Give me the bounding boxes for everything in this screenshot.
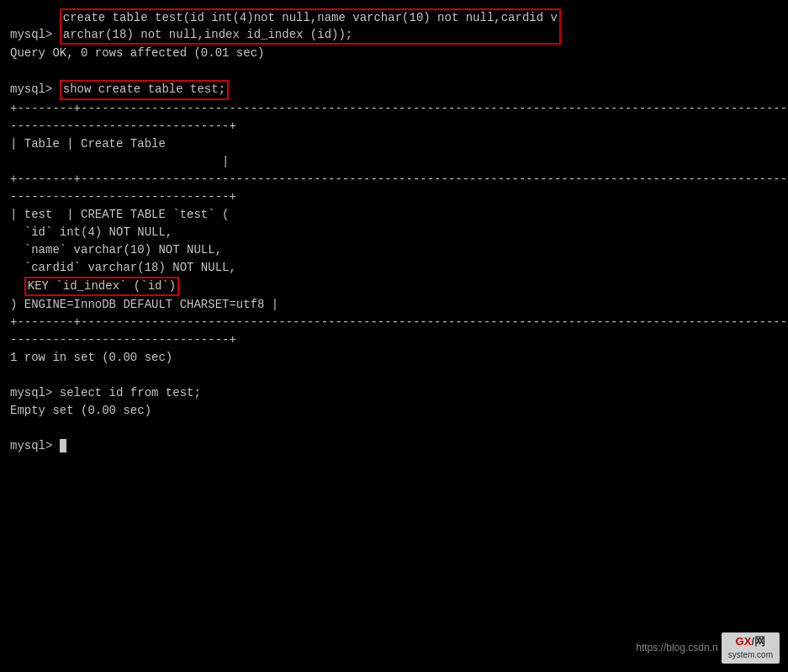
logo-slash: /网 xyxy=(751,635,765,648)
watermark-logo: GX/网 system.com xyxy=(722,632,780,664)
separator-1b: -------------------------------+ xyxy=(10,118,778,135)
row-engine: ) ENGINE=InnoDB DEFAULT CHARSET=utf8 | xyxy=(10,296,778,314)
row-id: `id` int(4) NOT NULL, xyxy=(10,224,778,241)
row-name: `name` varchar(10) NOT NULL, xyxy=(10,241,778,259)
final-prompt-line[interactable]: mysql> xyxy=(10,437,778,455)
empty-set-line: Empty set (0.00 sec) xyxy=(10,402,778,420)
watermark-url: https://blog.csdn.n xyxy=(636,642,717,653)
separator-3a: +--------+------------------------------… xyxy=(10,314,778,331)
create-table-highlighted: create table test(id int(4)not null,name… xyxy=(60,8,561,45)
row-test: | test | CREATE TABLE `test` ( xyxy=(10,206,778,224)
separator-2a: +--------+------------------------------… xyxy=(10,171,778,188)
terminal-window: mysql> create table test(id int(4)not nu… xyxy=(0,0,788,672)
prompt-3: mysql> xyxy=(10,386,60,399)
show-create-highlighted: show create table test; xyxy=(60,80,229,100)
row-count: 1 row in set (0.00 sec) xyxy=(10,349,778,367)
key-highlighted: KEY `id_index` (`id`) xyxy=(24,277,179,297)
prompt-1: mysql> xyxy=(10,28,60,41)
show-create-line: mysql> show create table test; xyxy=(10,80,778,100)
column-header-cont: | xyxy=(10,153,778,171)
blank-line-2 xyxy=(10,367,778,384)
cursor[interactable] xyxy=(60,439,66,452)
prompt-2: mysql> xyxy=(10,82,60,96)
query-ok-line: Query OK, 0 rows affected (0.01 sec) xyxy=(10,45,778,62)
logo-domain: system.com xyxy=(728,650,773,659)
prompt-4: mysql> xyxy=(10,439,60,452)
row-cardid: `cardid` varchar(18) NOT NULL, xyxy=(10,259,778,277)
row-key: KEY `id_index` (`id`) xyxy=(10,277,778,297)
separator-2b: -------------------------------+ xyxy=(10,188,778,206)
watermark: https://blog.csdn.n GX/网 system.com xyxy=(636,632,780,664)
logo-gx: GX xyxy=(736,635,752,648)
create-table-line: mysql> create table test(id int(4)not nu… xyxy=(10,8,778,45)
column-headers: | Table | Create Table xyxy=(10,135,778,153)
separator-1a: +--------+------------------------------… xyxy=(10,100,778,118)
blank-line-1 xyxy=(10,62,778,80)
separator-3b: -------------------------------+ xyxy=(10,331,778,349)
blank-line-3 xyxy=(10,420,778,437)
select-cmd: select id from test; xyxy=(60,386,201,399)
select-line: mysql> select id from test; xyxy=(10,384,778,402)
